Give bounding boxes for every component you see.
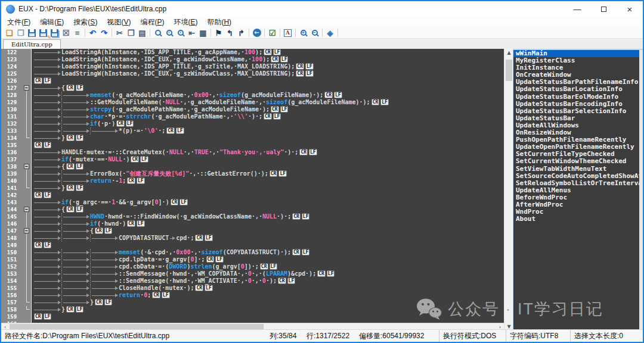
save-as-button[interactable]: ✎ — [38, 28, 49, 38]
symbol-item-UpdateAllWindows[interactable]: UpdateAllWindows — [513, 122, 643, 129]
fold-toggle-icon[interactable]: − — [23, 206, 32, 213]
checklist-button[interactable]: ☑ — [267, 28, 278, 38]
symbol-item-UpdateStatusBarEncodingInfo[interactable]: UpdateStatusBarEncodingInfo — [513, 101, 643, 108]
symbol-item-About[interactable]: About — [513, 216, 643, 223]
symbol-item-OnResizeWindow[interactable]: OnResizeWindow — [513, 129, 643, 136]
paste-button[interactable]: ▤ — [137, 28, 148, 38]
menu-item-v-视图[interactable]: 视图(V) — [102, 17, 135, 27]
find-prev-button[interactable]: ‹ — [163, 28, 175, 38]
symbol-item-SetViewTabWidthMenuText[interactable]: SetViewTabWidthMenuText — [513, 166, 643, 173]
redo-button[interactable]: ↷ — [98, 28, 110, 38]
code-line-125[interactable]: 125LoadStringW(hInstance,·IDC_EUX,·g_szW… — [1, 70, 504, 77]
code-line-136[interactable]: 136HANDLE·mutex·=·::CreateMutex(·NULL·,·… — [1, 149, 504, 156]
maximize-button[interactable] — [590, 1, 617, 17]
save-button[interactable] — [26, 28, 38, 38]
code-line-128[interactable]: 128memset(·g_acModuleFileName·,·0x00·,·s… — [1, 92, 504, 99]
symbol-item-SetSourceCodeAutoCompletedShowAfter[interactable]: SetSourceCodeAutoCompletedShowAfter — [513, 173, 643, 180]
code-line-122[interactable]: 122LoadStringA(hInstance,·IDS_APP_TITLE,… — [1, 49, 504, 56]
symbol-item-UpdateStatusBarEolModeInfo[interactable]: UpdateStatusBarEolModeInfo — [513, 93, 643, 101]
scroll-up-icon[interactable]: ▲ — [504, 49, 513, 57]
symbol-item-SetCurrentWindowThemeChecked[interactable]: SetCurrentWindowThemeChecked — [513, 158, 643, 165]
find-next-button[interactable]: › — [175, 28, 186, 38]
fold-toggle-icon[interactable]: − — [23, 227, 32, 235]
code-line-130[interactable]: 130strcpy(·g_acModulePathName·,·g_acModu… — [1, 106, 504, 113]
code-line-143[interactable]: 143if(·g_argc·==·1·&&·g_argv[0]·)CRLF — [1, 199, 504, 206]
code-line-134[interactable]: 134}CRLF — [1, 135, 504, 142]
code-line-126[interactable]: 126CRLF — [1, 77, 504, 85]
symbol-item-UpdateStatusBarSelectionInfo[interactable]: UpdateStatusBarSelectionInfo — [513, 108, 643, 115]
close-file-button[interactable]: ☒ — [60, 28, 72, 38]
code-line-150[interactable]: 150memset(·&·cpd·,·0x00·,·sizeof(COPYDAT… — [1, 249, 504, 256]
code-line-147[interactable]: 147−{CRLF — [1, 227, 504, 235]
code-line-148[interactable]: 148COPYDATASTRUCTcpd·;CRLF — [1, 235, 504, 242]
code-editor[interactable]: 122LoadStringA(hInstance,·IDS_APP_TITLE,… — [1, 49, 504, 330]
symbol-item-UpdateOpenPathFilenameRecently[interactable]: UpdateOpenPathFilenameRecently — [513, 144, 643, 151]
menu-item-f-文件[interactable]: 文件(F) — [2, 17, 35, 27]
copy-button[interactable]: ❐ — [125, 28, 137, 38]
fold-toggle-icon[interactable]: − — [23, 85, 32, 92]
symbol-item-wWinMain[interactable]: wWinMain — [513, 50, 643, 57]
code-line-142[interactable]: 142CRLF — [1, 192, 504, 199]
symbol-item-PushOpenPathFilenameRecently[interactable]: PushOpenPathFilenameRecently — [513, 136, 643, 144]
vertical-scrollbar[interactable]: ▲ ▼ — [504, 49, 513, 330]
code-line-146[interactable]: 146if(·hwnd·)CRLF — [1, 220, 504, 227]
symbol-item-OnCreateWindow[interactable]: OnCreateWindow — [513, 71, 643, 79]
symbol-item-UpdateStatusBarPathFilenameInfo[interactable]: UpdateStatusBarPathFilenameInfo — [513, 79, 643, 86]
menu-item-h-帮助[interactable]: 帮助(H) — [202, 17, 236, 27]
menu-item-p-编程[interactable]: 编程(P) — [135, 17, 169, 27]
about-button[interactable]: ◈ — [324, 28, 336, 38]
code-line-124[interactable]: 124LoadStringW(hInstance,·IDS_APP_TITLE,… — [1, 63, 504, 70]
undo-button[interactable]: ↶ — [87, 28, 98, 38]
symbol-item-AfterWndProc[interactable]: AfterWndProc — [513, 201, 643, 208]
code-line-123[interactable]: 123LoadStringA(hInstance,·IDC_EUX,·g_acW… — [1, 56, 504, 63]
code-line-137[interactable]: 137if(·mutex·==·NULL·)CRLF — [1, 156, 504, 163]
syntax-color-button[interactable]: A — [282, 28, 293, 38]
code-line-155[interactable]: 155CloseHandle(·mutex·);CRLF — [1, 285, 504, 292]
code-line-138[interactable]: 138−{CRLF — [1, 163, 504, 170]
bookmark-prev-button[interactable]: ↰ — [224, 28, 236, 38]
symbol-item-InitInstance[interactable]: InitInstance — [513, 64, 643, 71]
code-line-151[interactable]: 151cpd.lpData·=·g_argv[0]·;CRLF — [1, 256, 504, 263]
minimize-button[interactable]: — — [564, 1, 590, 17]
symbol-item-SetCurrentFileTypeChecked[interactable]: SetCurrentFileTypeChecked — [513, 151, 643, 158]
fold-toggle-icon[interactable]: − — [23, 163, 32, 170]
code-line-144[interactable]: 144−{CRLF — [1, 206, 504, 213]
code-line-145[interactable]: 145HWND·hwnd·=·::FindWindow(·g_acWindowC… — [1, 213, 504, 220]
code-line-129[interactable]: 129::GetModuleFileName(·NULL·,·g_acModul… — [1, 99, 504, 106]
code-line-154[interactable]: 154::SendMessage(·hwnd·,·WM_ACTIVATE·,·0… — [1, 277, 504, 285]
menu-item-e-编辑[interactable]: 编辑(E) — [35, 17, 69, 27]
find-button[interactable] — [152, 28, 163, 38]
cut-button[interactable]: ✂ — [114, 28, 125, 38]
bookmark-button[interactable]: ⚑ — [213, 28, 224, 38]
symbol-item-UpdateAllMenus[interactable]: UpdateAllMenus — [513, 187, 643, 194]
code-line-141[interactable]: 141}CRLF — [1, 185, 504, 192]
code-line-139[interactable]: 139ErrorBox(·"创建互斥量失败[%d]"·,·::GetLastEr… — [1, 170, 504, 177]
symbol-item-WndProc[interactable]: WndProc — [513, 208, 643, 216]
menu-item-s-搜索[interactable]: 搜索(S) — [69, 17, 102, 27]
code-line-132[interactable]: 132if(·p·)CRLF — [1, 120, 504, 127]
vertical-scroll-thumb[interactable] — [506, 60, 512, 81]
code-line-127[interactable]: 127−{CRLF — [1, 85, 504, 92]
file-list-button[interactable]: ≡ — [72, 28, 83, 38]
replace-button[interactable]: ⇤ — [186, 28, 197, 38]
menu-item-e-环境[interactable]: 环境(E) — [169, 17, 202, 27]
code-line-153[interactable]: 153::SendMessage(·hwnd·,·WM_COPYDATA·,·0… — [1, 270, 504, 277]
new-file-button[interactable]: ❏ — [4, 28, 15, 38]
code-line-152[interactable]: 152cpd.cbData·=·(DWORD)strlen(g_argv[0])… — [1, 263, 504, 270]
symbol-item-UpdateStatusBarLocationInfo[interactable]: UpdateStatusBarLocationInfo — [513, 86, 643, 93]
code-line-135[interactable]: 135CRLF — [1, 142, 504, 149]
grid-button[interactable]: ▦ — [197, 28, 209, 38]
bookmark-next-button[interactable]: ↱ — [236, 28, 247, 38]
panel-scrollbar[interactable] — [639, 50, 643, 330]
symbol-item-BeforeWndProc[interactable]: BeforeWndProc — [513, 194, 643, 201]
close-button[interactable]: × — [617, 1, 643, 17]
code-line-140[interactable]: 140return·-1;CRLF — [1, 177, 504, 185]
tab-editultra-cpp[interactable]: EditUltra.cpp — [3, 39, 61, 49]
code-line-133[interactable]: 133*(p)·=·'\0'·;CRLF — [1, 127, 504, 135]
symbol-item-MyRegisterClass[interactable]: MyRegisterClass — [513, 57, 643, 64]
zoom-out-button[interactable]: − — [309, 28, 320, 38]
symbol-item-SetReloadSymbolListOrTreeIntervalMe[interactable]: SetReloadSymbolListOrTreeIntervalMe — [513, 180, 643, 187]
zoom-in-button[interactable]: + — [298, 28, 309, 38]
code-line-149[interactable]: 149CRLF — [1, 242, 504, 249]
back-button[interactable]: ← — [251, 28, 262, 38]
